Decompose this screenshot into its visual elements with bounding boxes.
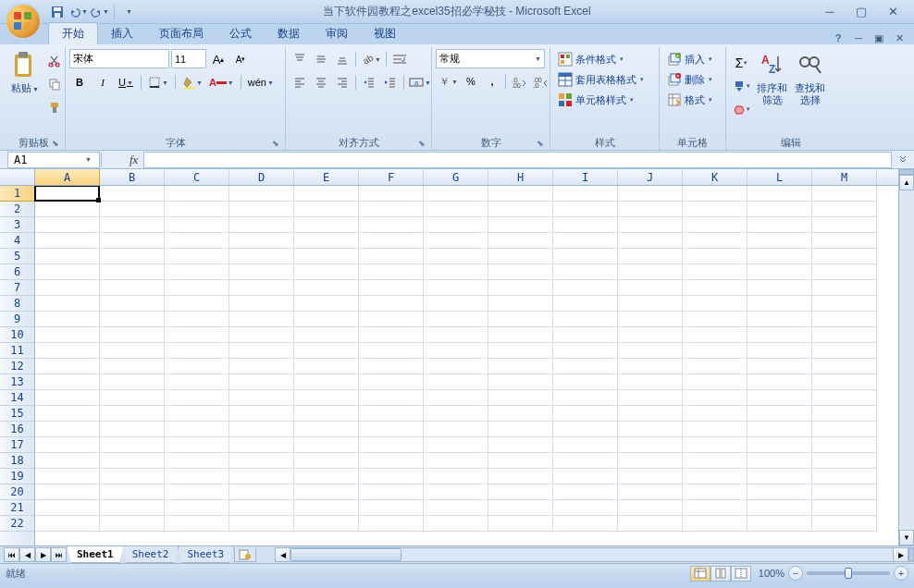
prev-sheet-button[interactable]: ◀	[19, 547, 35, 562]
cell[interactable]	[553, 374, 618, 390]
cell[interactable]	[294, 469, 359, 484]
cell[interactable]	[359, 406, 424, 422]
cell[interactable]	[553, 422, 618, 437]
cell[interactable]	[359, 343, 424, 359]
cell[interactable]	[165, 249, 229, 264]
cell[interactable]	[100, 249, 165, 264]
zoom-in-button[interactable]: +	[894, 566, 908, 581]
cell[interactable]	[683, 422, 747, 437]
cell[interactable]	[424, 374, 488, 390]
cell[interactable]	[618, 202, 683, 217]
cell[interactable]	[618, 233, 683, 249]
cell[interactable]	[747, 469, 812, 484]
cell[interactable]	[165, 296, 229, 312]
cell[interactable]	[424, 296, 488, 312]
cells-area[interactable]	[35, 186, 898, 545]
cell[interactable]	[229, 233, 294, 249]
cell[interactable]	[359, 186, 424, 202]
format-painter-button[interactable]	[44, 97, 65, 117]
cell[interactable]	[229, 406, 294, 422]
cell[interactable]	[553, 327, 618, 343]
italic-button[interactable]: I	[93, 72, 113, 92]
cell[interactable]	[812, 312, 877, 327]
new-sheet-button[interactable]	[234, 548, 256, 562]
cell[interactable]	[100, 343, 165, 359]
cell[interactable]	[229, 390, 294, 406]
cell[interactable]	[100, 312, 165, 327]
cell[interactable]	[229, 264, 294, 280]
cell[interactable]	[229, 312, 294, 327]
cell[interactable]	[618, 217, 683, 233]
cell[interactable]	[294, 484, 359, 500]
column-header[interactable]: C	[165, 169, 229, 185]
cell[interactable]	[165, 280, 229, 296]
cell[interactable]	[488, 359, 553, 374]
tab-home[interactable]: 开始	[48, 22, 98, 44]
row-header[interactable]: 7	[0, 280, 34, 296]
cell[interactable]	[553, 202, 618, 217]
cell[interactable]	[35, 343, 100, 359]
cell[interactable]	[683, 233, 747, 249]
cell[interactable]	[683, 186, 747, 202]
cell[interactable]	[683, 296, 747, 312]
cell[interactable]	[683, 264, 747, 280]
cell[interactable]	[359, 390, 424, 406]
cell[interactable]	[812, 374, 877, 390]
scroll-right-button[interactable]: ▶	[893, 547, 908, 562]
cell[interactable]	[424, 484, 488, 500]
cell[interactable]	[35, 422, 100, 437]
column-header[interactable]: H	[488, 169, 553, 185]
cell[interactable]	[100, 500, 165, 516]
increase-font-button[interactable]: A▴	[208, 49, 228, 69]
redo-button[interactable]: ▼	[91, 3, 109, 21]
cell[interactable]	[35, 202, 100, 217]
cell[interactable]	[683, 374, 747, 390]
cell[interactable]	[553, 516, 618, 532]
formula-bar[interactable]	[143, 152, 892, 168]
cell[interactable]	[812, 500, 877, 516]
doc-minimize[interactable]: ─	[851, 31, 866, 44]
cell[interactable]	[812, 516, 877, 532]
font-color-button[interactable]: A▼	[207, 72, 236, 92]
cell[interactable]	[618, 249, 683, 264]
cell[interactable]	[553, 469, 618, 484]
row-header[interactable]: 21	[0, 500, 34, 516]
cell[interactable]	[229, 280, 294, 296]
cell[interactable]	[553, 217, 618, 233]
decrease-font-button[interactable]: A▾	[230, 49, 251, 69]
cell[interactable]	[747, 516, 812, 532]
row-header[interactable]: 1	[0, 186, 34, 202]
cell[interactable]	[35, 327, 100, 343]
cell[interactable]	[294, 374, 359, 390]
cell[interactable]	[229, 296, 294, 312]
cell[interactable]	[35, 406, 100, 422]
cell[interactable]	[488, 249, 553, 264]
align-middle-button[interactable]	[311, 49, 331, 69]
sheet-tab[interactable]: Sheet1	[67, 546, 124, 563]
cell[interactable]	[618, 453, 683, 469]
cell[interactable]	[618, 312, 683, 327]
number-format-combo[interactable]: 常规▼	[436, 49, 545, 68]
cell[interactable]	[100, 374, 165, 390]
font-size-combo[interactable]	[171, 49, 206, 68]
cell[interactable]	[35, 296, 100, 312]
cell[interactable]	[35, 516, 100, 532]
tab-page-layout[interactable]: 页面布局	[146, 23, 216, 44]
tab-review[interactable]: 审阅	[313, 23, 361, 44]
cell[interactable]	[747, 264, 812, 280]
align-left-button[interactable]	[290, 72, 310, 92]
conditional-format-button[interactable]: 条件格式▾	[554, 49, 627, 69]
paste-button[interactable]: 粘贴▼	[6, 49, 43, 96]
cell[interactable]	[488, 186, 553, 202]
cell[interactable]	[683, 469, 747, 484]
cell[interactable]	[683, 359, 747, 374]
cell[interactable]	[100, 437, 165, 453]
cell[interactable]	[488, 406, 553, 422]
cell[interactable]	[747, 217, 812, 233]
cell[interactable]	[618, 327, 683, 343]
cell[interactable]	[812, 186, 877, 202]
cell[interactable]	[359, 437, 424, 453]
cell[interactable]	[812, 406, 877, 422]
cell[interactable]	[553, 437, 618, 453]
cell[interactable]	[812, 249, 877, 264]
